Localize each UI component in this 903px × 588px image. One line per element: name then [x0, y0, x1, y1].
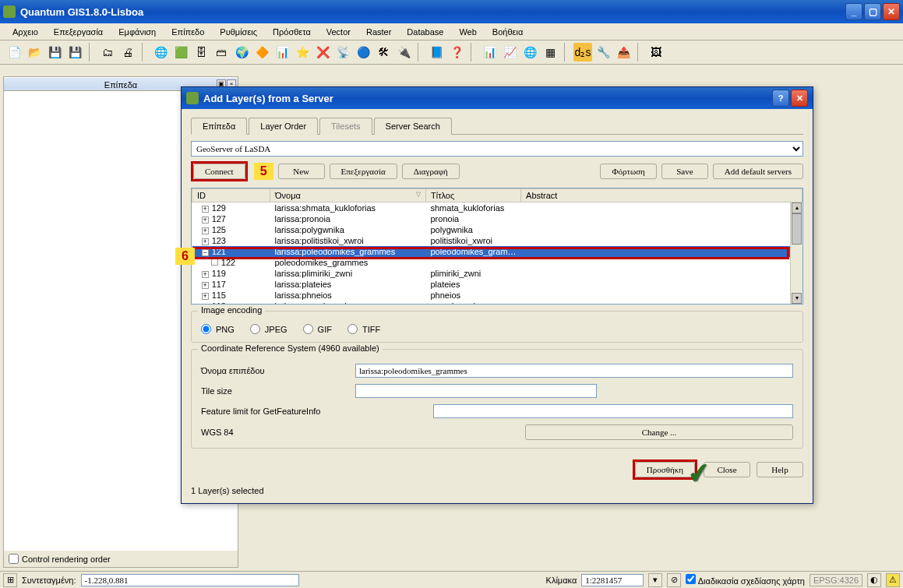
tab-server-search[interactable]: Server Search — [374, 118, 452, 135]
add-vector-icon[interactable]: 🌐 — [151, 43, 170, 62]
add-raster-icon[interactable]: 🟩 — [171, 43, 190, 62]
encoding-jpeg[interactable]: JPEG — [250, 324, 287, 334]
table-row[interactable]: +127larissa:pronoiapronoia — [192, 213, 802, 224]
expand-icon[interactable]: + — [202, 227, 209, 234]
add-wms-icon[interactable]: 🌍 — [232, 43, 251, 62]
composer-icon[interactable]: 🗂 — [98, 43, 117, 62]
close-dialog-button[interactable]: Close — [704, 462, 750, 477]
minimize-button[interactable]: _ — [845, 3, 862, 20]
book-icon[interactable]: 📘 — [427, 43, 446, 62]
stop-render-icon[interactable]: ⊘ — [667, 573, 681, 587]
delete-button[interactable]: Διαγραφή — [402, 164, 460, 179]
print-icon[interactable]: 🖨 — [118, 43, 137, 62]
tool-icon[interactable]: 🔧 — [594, 43, 612, 62]
load-button[interactable]: Φόρτωση — [600, 164, 656, 179]
feature-limit-input[interactable] — [433, 404, 793, 418]
help-dialog-button[interactable]: Help — [757, 462, 803, 477]
plugin-icon[interactable]: 🔌 — [394, 43, 413, 62]
add-default-servers-button[interactable]: Add default servers — [713, 164, 803, 179]
tab-layer-order[interactable]: Layer Order — [249, 118, 318, 135]
table-row[interactable]: −121larissa:poleodomikes_grammespoleodom… — [192, 246, 802, 257]
coord-input[interactable] — [81, 574, 299, 586]
table-row[interactable]: 122poleodomikes_grammes — [192, 257, 802, 268]
menu-settings[interactable]: Ρυθμίσεις — [212, 25, 265, 39]
scroll-thumb[interactable] — [792, 213, 802, 245]
menu-view[interactable]: Εμφάνιση — [111, 25, 164, 39]
globe-icon[interactable]: 🌐 — [520, 43, 539, 62]
server-dropdown[interactable]: GeoServer of LaSDA — [191, 141, 803, 157]
table-row[interactable]: +117larissa:plateiesplateies — [192, 279, 802, 290]
add-postgis-icon[interactable]: 🗄 — [192, 43, 210, 62]
expand-icon[interactable]: + — [202, 217, 209, 224]
render-order-checkbox-label[interactable]: Control rendering order — [9, 554, 233, 564]
menu-edit[interactable]: Επεξεργασία — [46, 25, 111, 39]
new-shapefile-icon[interactable]: ⭐ — [293, 43, 312, 62]
menu-vector[interactable]: Vector — [319, 25, 358, 39]
th-id[interactable]: ID — [192, 189, 270, 202]
gif-radio[interactable] — [303, 324, 313, 334]
render-checkbox-label[interactable]: Διαδικασία σχεδίασης χάρτη — [686, 574, 805, 586]
menu-layer[interactable]: Επίπεδο — [164, 25, 212, 39]
table-row[interactable]: +123larissa:politistikoi_xwroipolitistik… — [192, 235, 802, 246]
menu-help[interactable]: Βοήθεια — [485, 25, 531, 39]
dialog-close-button[interactable]: ✕ — [791, 90, 808, 107]
remove-layer-icon[interactable]: ❌ — [313, 43, 332, 62]
add-wfs-icon[interactable]: 🔶 — [252, 43, 271, 62]
table-row[interactable]: +129larissa:shmata_kuklofοriasshmata_kuk… — [192, 202, 802, 213]
th-name[interactable]: Όνομα▽ — [270, 189, 426, 202]
epsg-display[interactable]: EPSG:4326 — [810, 574, 862, 586]
close-button[interactable]: ✕ — [883, 3, 900, 20]
tiff-radio[interactable] — [347, 324, 358, 334]
new-project-icon[interactable]: 📄 — [5, 43, 23, 62]
save-icon[interactable]: 💾 — [45, 43, 64, 62]
menu-plugins[interactable]: Πρόσθετα — [265, 25, 319, 39]
menu-raster[interactable]: Raster — [358, 25, 399, 39]
add-gps-icon[interactable]: 📡 — [333, 43, 352, 62]
scale-lock-icon[interactable]: ▾ — [648, 573, 662, 587]
add-oracle-icon[interactable]: 🔵 — [354, 43, 372, 62]
save-button[interactable]: Save — [661, 164, 708, 179]
maximize-button[interactable]: ▢ — [864, 3, 881, 20]
dialog-help-button[interactable]: ? — [772, 90, 789, 107]
grid-icon[interactable]: ▦ — [541, 43, 559, 62]
edit-button[interactable]: Επεξεργασία — [330, 164, 397, 179]
menu-file[interactable]: Αρχειο — [5, 25, 46, 39]
render-order-checkbox[interactable] — [9, 554, 19, 564]
layer-name-input[interactable] — [355, 364, 793, 378]
expand-icon[interactable] — [211, 259, 218, 266]
th-title[interactable]: Τίτλος — [426, 189, 521, 202]
jpeg-radio[interactable] — [250, 324, 260, 334]
encoding-tiff[interactable]: TIFF — [347, 324, 380, 334]
expand-icon[interactable]: + — [202, 238, 209, 245]
scroll-down-icon[interactable]: ▾ — [792, 293, 802, 304]
expand-icon[interactable]: − — [202, 249, 209, 256]
add-csv-icon[interactable]: 📊 — [273, 43, 291, 62]
tile-size-input[interactable] — [355, 384, 597, 398]
menu-web[interactable]: Web — [451, 25, 484, 39]
table-scrollbar[interactable]: ▴ ▾ — [790, 202, 802, 304]
save-as-icon[interactable]: 💾 — [65, 43, 84, 62]
add-spatialite-icon[interactable]: 🗃 — [212, 43, 231, 62]
encoding-gif[interactable]: GIF — [303, 324, 332, 334]
manage-icon[interactable]: 🛠 — [374, 43, 393, 62]
encoding-png[interactable]: PNG — [201, 324, 235, 334]
add-button[interactable]: Προσθήκη — [635, 462, 695, 477]
stretch-icon[interactable]: 📈 — [500, 43, 519, 62]
d2s-icon[interactable]: d₂s — [573, 43, 592, 62]
render-checkbox[interactable] — [686, 574, 696, 584]
open-project-icon[interactable]: 📂 — [25, 43, 44, 62]
change-crs-button[interactable]: Change ... — [525, 424, 793, 440]
expand-icon[interactable]: + — [202, 206, 209, 213]
toggle-extents-icon[interactable]: ⊞ — [3, 573, 17, 587]
menu-database[interactable]: Database — [399, 25, 451, 39]
tab-layers[interactable]: Επίπεδα — [191, 118, 247, 135]
tab-tilesets[interactable]: Tilesets — [319, 118, 372, 135]
th-abstract[interactable]: Abstract — [521, 189, 802, 202]
expand-icon[interactable]: + — [202, 282, 209, 289]
help-icon[interactable]: ❓ — [447, 43, 466, 62]
scroll-up-icon[interactable]: ▴ — [792, 202, 802, 213]
expand-icon[interactable]: + — [202, 293, 209, 300]
table-row[interactable]: +113larissa:pezodromoipezodromoi — [192, 301, 802, 305]
expand-icon[interactable]: + — [202, 271, 209, 278]
expand-icon[interactable]: + — [202, 304, 209, 305]
